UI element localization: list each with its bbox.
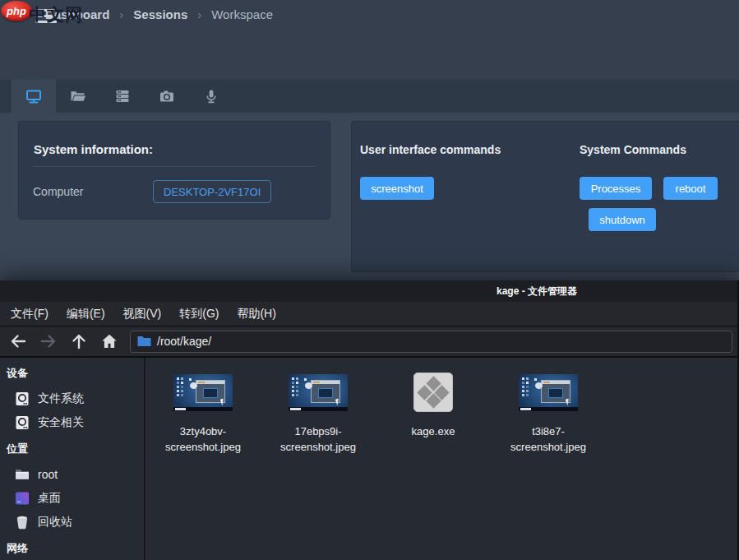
sidebar-item-trash[interactable]: 回收站 [0, 510, 144, 534]
camera-icon [159, 88, 175, 104]
sidebar-item-label: 回收站 [38, 515, 72, 530]
image-thumbnail [519, 373, 578, 412]
sidebar-item-label: root [38, 468, 58, 481]
monitor-icon [25, 88, 42, 104]
php-logo: php [1, 1, 32, 21]
computer-label: Computer [33, 185, 153, 198]
tab-processes[interactable] [100, 80, 145, 113]
path-text: /root/kage/ [157, 335, 211, 348]
breadcrumb-workspace: Workspace [211, 7, 273, 21]
file-item[interactable]: 3zty4obv-screenshot.jpeg [145, 373, 261, 455]
file-name: 17ebps9i-screenshot.jpeg [272, 423, 364, 455]
computer-name-badge: DESKTOP-2VF17OI [153, 180, 271, 203]
breadcrumb-sessions[interactable]: Sessions [133, 7, 187, 21]
php-logo-text: php [7, 5, 26, 17]
menu-edit[interactable]: 编辑(E) [58, 302, 114, 326]
system-info-panel: System information: Computer DESKTOP-2VF… [18, 121, 330, 220]
drive-icon [14, 391, 30, 407]
tab-remote-desktop[interactable] [12, 80, 56, 113]
file-item[interactable]: 17ebps9i-screenshot.jpeg [261, 373, 376, 455]
toolbar: /root/kage/ [0, 326, 737, 358]
sidebar-item-root[interactable]: root [0, 462, 144, 486]
file-list: 3zty4obv-screenshot.jpeg 17ebps9i-screen… [145, 358, 737, 560]
file-item[interactable]: kage.exe [376, 373, 491, 439]
chevron-right-icon: › [197, 7, 201, 21]
arrow-up-icon [70, 332, 88, 350]
folder-icon [137, 336, 151, 347]
site-watermark: php 中文网 [1, 1, 83, 26]
processes-button[interactable]: Processes [580, 177, 652, 200]
sidebar-item-label: 安全相关 [38, 415, 84, 430]
panel-divider [33, 166, 316, 167]
sidebar-header-devices: 设备 [0, 363, 144, 386]
image-thumbnail [173, 373, 233, 412]
sidebar-section-places: 位置 root [0, 439, 144, 534]
arrow-left-icon [9, 332, 27, 350]
sidebar-item-desktop[interactable]: 桌面 [0, 486, 144, 510]
file-name: kage.exe [412, 423, 455, 439]
sidebar-header-network: 网络 [0, 539, 144, 560]
shutdown-button[interactable]: shutdown [589, 208, 656, 231]
tab-screenshot[interactable] [145, 80, 189, 113]
folder-icon [14, 466, 30, 483]
system-info-title: System information: [34, 142, 330, 156]
trash-icon [14, 514, 30, 530]
menu-help[interactable]: 帮助(H) [228, 302, 284, 326]
folder-open-icon [70, 88, 86, 104]
path-input[interactable]: /root/kage/ [130, 331, 732, 353]
commands-panel: User interface commands System Commands … [351, 121, 739, 272]
reboot-button[interactable]: reboot [663, 177, 718, 200]
chevron-right-icon: › [119, 7, 123, 21]
menu-file[interactable]: 文件(F) [2, 302, 58, 326]
file-manager-window: kage - 文件管理器 文件(F) 编辑(E) 视图(V) 转到(G) 帮助(… [0, 280, 739, 560]
forward-button[interactable] [35, 330, 62, 353]
menu-bar: 文件(F) 编辑(E) 视图(V) 转到(G) 帮助(H) [0, 302, 737, 326]
workspace-tab-bar [0, 80, 739, 113]
places-sidebar: 设备 文件系统 [0, 358, 145, 560]
window-body: 设备 文件系统 [0, 358, 737, 560]
sidebar-item-label: 桌面 [38, 491, 61, 506]
sidebar-header-places: 位置 [0, 439, 144, 462]
computer-row: Computer DESKTOP-2VF17OI [33, 180, 330, 203]
system-commands-title: System Commands [580, 143, 686, 156]
sidebar-item-filesystem[interactable]: 文件系统 [0, 386, 144, 410]
sidebar-item-label: 文件系统 [38, 391, 84, 406]
sidebar-item-security[interactable]: 安全相关 [0, 410, 144, 434]
sidebar-section-devices: 设备 文件系统 [0, 363, 144, 434]
tab-microphone[interactable] [189, 80, 233, 113]
microphone-icon [203, 88, 219, 104]
file-name: 3zty4obv-screenshot.jpeg [157, 423, 249, 455]
ui-commands-title: User interface commands [360, 143, 501, 156]
tab-file-explorer[interactable] [56, 80, 100, 113]
arrow-right-icon [39, 332, 58, 350]
site-name-text: 中文网 [29, 3, 83, 26]
window-title: kage - 文件管理器 [497, 285, 577, 299]
image-thumbnail [289, 373, 348, 412]
executable-icon [413, 373, 453, 412]
file-item[interactable]: t3i8e7-screenshot.jpeg [491, 373, 606, 455]
file-name: t3i8e7-screenshot.jpeg [502, 423, 594, 455]
up-button[interactable] [66, 330, 92, 353]
menu-view[interactable]: 视图(V) [114, 302, 171, 326]
back-button[interactable] [5, 330, 31, 353]
sidebar-section-network: 网络 浏览网络 [0, 539, 144, 560]
desktop-icon [14, 490, 30, 507]
drive-icon [14, 414, 30, 431]
screenshot-button[interactable]: screenshot [360, 177, 434, 200]
menu-go[interactable]: 转到(G) [170, 302, 228, 326]
window-titlebar[interactable]: kage - 文件管理器 [0, 280, 737, 302]
server-icon [114, 88, 131, 104]
home-button[interactable] [96, 330, 122, 353]
home-icon [100, 332, 118, 350]
